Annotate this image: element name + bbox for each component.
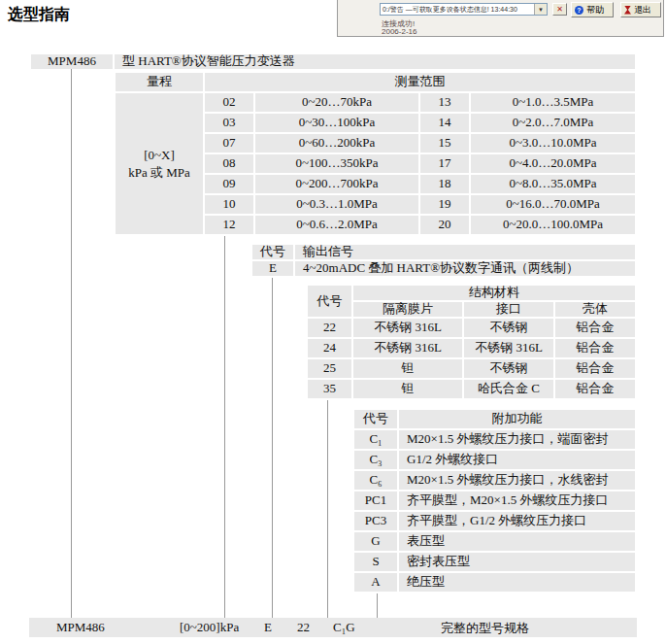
range-code-cell: 07 — [205, 134, 253, 153]
example-model: MPM486 — [56, 620, 105, 635]
material-diaphragm-cell: 不锈钢 316L — [353, 319, 462, 337]
material-port-cell: 不锈钢 316L — [464, 339, 553, 357]
output-code-header: 代号 — [252, 245, 293, 259]
addon-code-cell: C₆ — [354, 471, 397, 490]
range-value-cell: 0~16.0…70.0MPa — [471, 195, 635, 214]
connector-line-material — [327, 400, 328, 618]
status-window: 0:/警告 —可获取更多设备状态信息! 13:44:30 ▼ ✕ ? 帮助 退出… — [337, 0, 664, 37]
device-status-combobox[interactable]: 0:/警告 —可获取更多设备状态信息! 13:44:30 ▼ — [380, 3, 548, 16]
example-addon: C₁G — [333, 620, 355, 635]
output-desc-cell: 4~20mADC 叠加 HART®协议数字通讯（两线制） — [295, 261, 635, 276]
help-button[interactable]: ? 帮助 — [571, 2, 614, 17]
addon-desc-cell: 绝压型 — [399, 573, 635, 592]
material-housing-cell: 铝合金 — [555, 380, 635, 398]
connector-line-range — [224, 236, 225, 618]
example-order-bar: MPM486 [0~200]kPa E 22 C₁G 完整的型号规格 — [29, 618, 637, 637]
range-value-cell: 0~8.0…35.0MPa — [471, 175, 635, 193]
material-col-port: 接口 — [464, 302, 553, 317]
range-title-header: 测量范围 — [205, 73, 635, 91]
exit-button[interactable]: 退出 — [620, 2, 661, 17]
addon-code-header: 代号 — [354, 410, 397, 428]
material-code-cell: 22 — [308, 319, 351, 337]
example-output: E — [264, 620, 272, 635]
range-code-cell: 18 — [420, 175, 469, 193]
output-signal-table: 代号 输出信号 E 4~20mADC 叠加 HART®协议数字通讯（两线制） — [250, 243, 637, 278]
material-title-header: 结构材料 — [353, 286, 635, 300]
addon-code-cell: PC1 — [354, 491, 397, 510]
example-range: [0~200]kPa — [180, 620, 239, 635]
addon-code-cell: C₃ — [354, 451, 397, 469]
material-code-cell: 25 — [308, 359, 351, 378]
addon-table: 代号 附加功能 C₁ M20×1.5 外螺纹压力接口，端面密封 C₃ G1/2 … — [352, 408, 637, 593]
range-code-cell: 19 — [420, 195, 469, 214]
material-port-cell: 哈氏合金 C — [464, 380, 553, 398]
material-housing-cell: 铝合金 — [555, 319, 635, 337]
range-code-cell: 02 — [205, 93, 253, 112]
connector-line-model — [71, 69, 72, 618]
material-code-cell: 35 — [308, 380, 351, 398]
range-code-cell: 15 — [420, 134, 469, 153]
combobox-value: 0:/警告 —可获取更多设备状态信息! 13:44:30 — [381, 5, 534, 15]
model-title-cell: 型 HART®协议智能压力变送器 — [115, 54, 635, 69]
material-port-cell: 不锈钢 — [464, 319, 553, 337]
example-material: 22 — [297, 620, 310, 635]
range-value-cell: 0~0.6…2.0MPa — [255, 216, 418, 234]
addon-desc-cell: 齐平膜型，G1/2 外螺纹压力接口 — [399, 512, 635, 530]
chevron-down-icon[interactable]: ▼ — [534, 4, 547, 15]
addon-code-cell: G — [354, 532, 397, 551]
close-icon: ✕ — [556, 5, 563, 14]
material-code-header: 代号 — [308, 286, 351, 317]
model-header-table: MPM486 型 HART®协议智能压力变送器 — [29, 52, 637, 71]
page-title: 选型指南 — [8, 5, 70, 25]
connector-line-output — [272, 278, 273, 618]
connector-line-addon — [377, 593, 378, 618]
range-side-label: [0~X] kPa 或 MPa — [116, 93, 203, 234]
range-col-header: 量程 — [116, 73, 203, 91]
material-port-cell: 不锈钢 — [464, 359, 553, 378]
help-button-label: 帮助 — [586, 6, 604, 15]
range-code-cell: 20 — [420, 216, 469, 234]
range-side-label-line1: [0~X] — [144, 148, 175, 162]
output-title-header: 输出信号 — [295, 245, 635, 259]
material-code-cell: 24 — [308, 339, 351, 357]
exit-icon — [624, 6, 631, 15]
range-code-cell: 13 — [420, 93, 469, 112]
range-code-cell: 03 — [205, 114, 253, 132]
status-date-text: 2006-2-16 — [382, 27, 416, 36]
addon-desc-cell: M20×1.5 外螺纹压力接口，水线密封 — [399, 471, 635, 490]
range-value-cell: 0~60…200kPa — [255, 134, 418, 153]
addon-code-cell: C₁ — [354, 430, 397, 449]
material-housing-cell: 铝合金 — [555, 339, 635, 357]
addon-desc-cell: 密封表压型 — [399, 553, 635, 571]
datasheet-page: 选型指南 0:/警告 —可获取更多设备状态信息! 13:44:30 ▼ ✕ ? … — [0, 0, 666, 644]
material-col-diaphragm: 隔离膜片 — [353, 302, 462, 317]
range-code-cell: 14 — [420, 114, 469, 132]
output-code-cell: E — [252, 261, 293, 276]
model-code-cell: MPM486 — [31, 54, 113, 69]
range-value-cell: 0~20…70kPa — [255, 93, 418, 112]
range-value-cell: 0~200…700kPa — [255, 175, 418, 193]
addon-title-header: 附加功能 — [399, 410, 635, 428]
range-code-cell: 12 — [205, 216, 253, 234]
range-code-cell: 09 — [205, 175, 253, 193]
example-label: 完整的型号规格 — [441, 620, 529, 637]
range-side-label-line2: kPa 或 MPa — [128, 165, 190, 180]
material-housing-cell: 铝合金 — [555, 359, 635, 378]
exit-button-label: 退出 — [634, 6, 651, 15]
range-value-cell: 0~1.0…3.5MPa — [471, 93, 635, 112]
help-icon: ? — [575, 6, 583, 15]
material-diaphragm-cell: 钽 — [353, 380, 462, 398]
range-code-cell: 17 — [420, 154, 469, 173]
material-diaphragm-cell: 不锈钢 316L — [353, 339, 462, 357]
material-diaphragm-cell: 钽 — [353, 359, 462, 378]
range-value-cell: 0~2.0…7.0MPa — [471, 114, 635, 132]
material-table: 代号 结构材料 隔离膜片 接口 壳体 22 不锈钢 316L 不锈钢 铝合金 2… — [306, 284, 637, 400]
range-table: 量程 测量范围 [0~X] kPa 或 MPa 02 0~20…70kPa 13… — [114, 71, 637, 236]
addon-code-cell: A — [354, 573, 397, 592]
range-value-cell: 0~100…350kPa — [255, 154, 418, 173]
addon-desc-cell: 齐平膜型，M20×1.5 外螺纹压力接口 — [399, 491, 635, 510]
clear-message-button[interactable]: ✕ — [552, 3, 567, 16]
addon-desc-cell: G1/2 外螺纹接口 — [399, 451, 635, 469]
addon-desc-cell: M20×1.5 外螺纹压力接口，端面密封 — [399, 430, 635, 449]
range-value-cell: 0~20.0…100.0MPa — [471, 216, 635, 234]
